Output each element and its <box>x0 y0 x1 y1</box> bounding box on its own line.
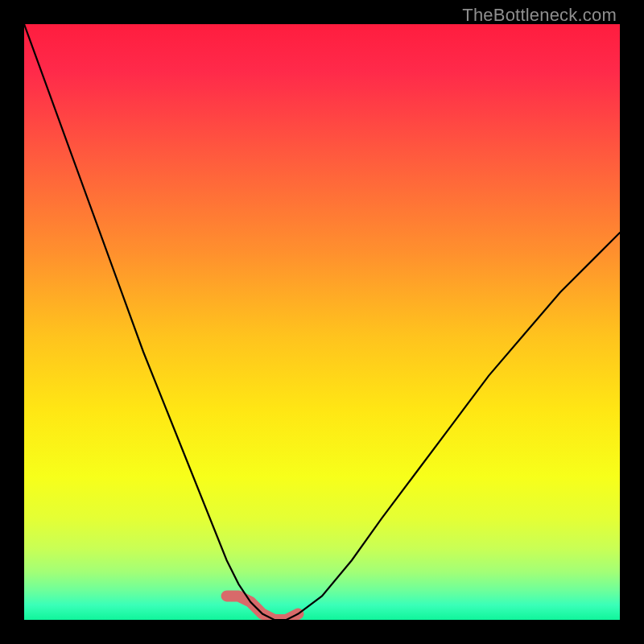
plot-area <box>24 24 620 620</box>
chart-frame: TheBottleneck.com <box>0 0 644 644</box>
bottleneck-curve <box>24 24 620 620</box>
watermark-text: TheBottleneck.com <box>462 5 617 26</box>
curve-layer <box>24 24 620 620</box>
bottleneck-accent <box>227 596 299 620</box>
